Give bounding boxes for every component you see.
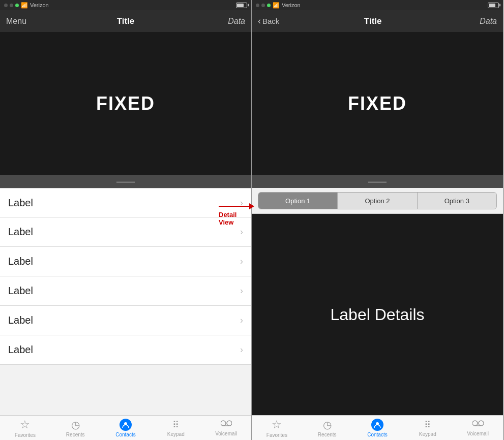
r-favorites-label: Favorites [266, 432, 287, 438]
voicemail-icon [221, 419, 232, 430]
seg-option-2-label: Option 2 [365, 197, 390, 205]
chevron-right-3: › [240, 256, 243, 267]
arrow-head [249, 203, 254, 209]
wifi-icon: 📶 [21, 2, 28, 9]
chevron-right-4: › [240, 286, 243, 296]
list-item-4-label: Label [8, 285, 33, 297]
right-battery-icon [488, 3, 499, 8]
left-battery [236, 3, 247, 8]
left-tab-favorites[interactable]: ☆ Favorites [0, 416, 50, 440]
dot-2 [10, 4, 13, 7]
keypad-label: Keypad [167, 431, 185, 437]
left-nav-right[interactable]: Data [215, 17, 245, 26]
right-battery [488, 3, 499, 8]
r-voicemail-label: Voicemail [467, 431, 489, 436]
left-status-indicators: 📶 Verizon [4, 2, 49, 9]
left-tab-recents[interactable]: ◷ Recents [50, 416, 101, 440]
chevron-right-2: › [240, 227, 243, 237]
chevron-right-6: › [240, 344, 243, 355]
r-keypad-label: Keypad [419, 431, 436, 437]
contacts-icon [120, 419, 132, 431]
list-item-5-label: Label [8, 315, 33, 326]
right-status-bar: 📶 Verizon [252, 0, 503, 10]
keypad-icon: ⠿ [172, 419, 180, 430]
arrow-line [219, 206, 249, 207]
recents-icon: ◷ [71, 419, 80, 431]
r-dot-2 [261, 4, 265, 7]
seg-option-1-label: Option 1 [285, 197, 310, 205]
r-dot-3 [267, 4, 271, 7]
svg-point-5 [472, 421, 478, 426]
left-tab-keypad[interactable]: ⠿ Keypad [151, 416, 201, 440]
right-carrier: Verizon [282, 2, 301, 8]
left-nav-bar: Menu Title Data [0, 10, 251, 33]
svg-point-1 [221, 421, 226, 426]
battery-icon [236, 3, 247, 8]
favorites-icon: ☆ [20, 418, 30, 431]
right-fixed-label: FIXED [348, 93, 407, 114]
r-contacts-label: Contacts [367, 432, 387, 437]
back-button[interactable]: ‹ Back [258, 16, 279, 26]
back-chevron-icon: ‹ [258, 16, 261, 26]
left-status-bar: 📶 Verizon [0, 0, 251, 10]
seg-option-2[interactable]: Option 2 [338, 193, 417, 209]
right-tab-recents[interactable]: ◷ Recents [302, 416, 352, 440]
back-label: Back [262, 17, 279, 25]
right-wifi-icon: 📶 [273, 2, 280, 9]
left-drag-handle [116, 181, 135, 183]
left-phone-panel: 📶 Verizon Menu Title Data FIXED Label › … [0, 0, 252, 440]
r-voicemail-icon [472, 419, 484, 430]
seg-option-3-label: Option 3 [444, 197, 469, 205]
svg-point-2 [227, 421, 232, 426]
right-phone-panel: 📶 Verizon ‹ Back Title Data FIXED Option… [252, 0, 503, 440]
right-tab-contacts[interactable]: Contacts [352, 416, 403, 440]
r-dot-1 [256, 4, 259, 7]
menu-button[interactable]: Menu [6, 17, 37, 26]
left-tab-contacts[interactable]: Contacts [101, 416, 151, 440]
dot-3 [15, 4, 19, 7]
list-item-1[interactable]: Label › [0, 188, 251, 217]
r-contacts-icon [371, 419, 383, 431]
list-item-2[interactable]: Label › [0, 217, 251, 247]
svg-point-6 [479, 421, 484, 426]
right-tab-bar: ☆ Favorites ◷ Recents Contacts ⠿ Keypad [252, 415, 503, 440]
right-battery-fill [489, 4, 495, 7]
right-nav-right[interactable]: Data [466, 17, 497, 26]
list-item-2-label: Label [8, 226, 33, 238]
r-keypad-icon: ⠿ [424, 419, 431, 430]
list-item-3[interactable]: Label › [0, 247, 251, 276]
left-nav-title: Title [117, 16, 135, 26]
left-fixed-area: FIXED [0, 33, 251, 175]
list-item-6[interactable]: Label › [0, 335, 251, 365]
list-item-6-label: Label [8, 344, 33, 356]
list-item-1-label: Label [8, 197, 33, 209]
detail-view-text: Detail View [219, 211, 251, 226]
chevron-right-5: › [240, 315, 243, 326]
right-drag-handle-bar[interactable] [252, 175, 503, 188]
r-recents-label: Recents [318, 432, 337, 437]
detail-content-label: Label Details [331, 305, 425, 324]
right-drag-handle [368, 181, 387, 183]
detail-view-annotation [219, 203, 254, 209]
voicemail-label: Voicemail [215, 431, 237, 436]
list-item-4[interactable]: Label › [0, 276, 251, 306]
list-item-5[interactable]: Label › [0, 306, 251, 335]
left-fixed-label: FIXED [96, 93, 155, 114]
seg-option-3[interactable]: Option 3 [418, 193, 496, 209]
left-tab-voicemail[interactable]: Voicemail [201, 416, 251, 440]
recents-label: Recents [66, 432, 85, 437]
right-nav-bar: ‹ Back Title Data [252, 10, 503, 33]
right-detail-content: Label Details [252, 214, 503, 415]
right-tab-favorites[interactable]: ☆ Favorites [252, 416, 302, 440]
right-tab-voicemail[interactable]: Voicemail [453, 416, 503, 440]
dot-1 [4, 4, 8, 7]
seg-option-1[interactable]: Option 1 [258, 193, 338, 209]
right-tab-keypad[interactable]: ⠿ Keypad [402, 416, 453, 440]
right-status-indicators: 📶 Verizon [256, 2, 301, 9]
list-item-3-label: Label [8, 256, 33, 267]
r-favorites-icon: ☆ [272, 418, 282, 431]
left-carrier: Verizon [30, 2, 49, 8]
contacts-label: Contacts [115, 432, 135, 437]
right-nav-title: Title [364, 16, 382, 26]
left-drag-handle-bar[interactable] [0, 175, 251, 188]
